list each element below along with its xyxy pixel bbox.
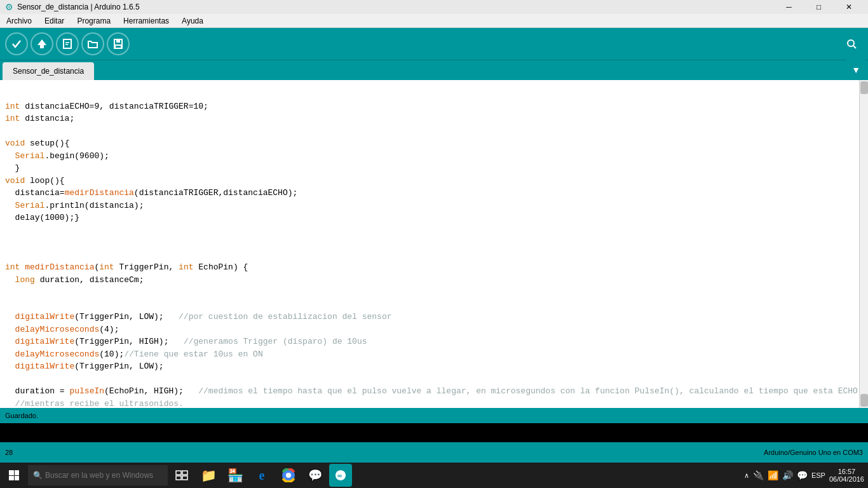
task-view-button[interactable]: [169, 463, 194, 488]
date-display: 06/04/2016: [829, 475, 864, 483]
title-bar-controls[interactable]: ─ □ ✕: [775, 0, 863, 14]
code-editor[interactable]: int distanciaECHO=9, distanciaTRIGGER=10…: [0, 80, 859, 408]
svg-rect-16: [176, 476, 181, 480]
menu-herramientas[interactable]: Herramientas: [117, 14, 175, 27]
scrollbar-thumb-top[interactable]: [860, 81, 868, 94]
verify-button[interactable]: [5, 32, 28, 55]
minimize-button[interactable]: ─: [775, 0, 803, 14]
power-icon[interactable]: 🔌: [753, 470, 764, 480]
window-title: Sensor_de_distancia | Arduino 1.6.5: [17, 3, 140, 11]
menu-programa[interactable]: Programa: [71, 14, 117, 27]
line-number: 28: [5, 449, 13, 456]
svg-rect-1: [64, 39, 71, 48]
status-text: Guardado.: [5, 412, 38, 419]
svg-rect-13: [15, 476, 19, 480]
menu-archivo[interactable]: Archivo: [0, 14, 38, 27]
code-content[interactable]: int distanciaECHO=9, distanciaTRIGGER=10…: [0, 85, 859, 408]
new-button[interactable]: [56, 32, 79, 55]
console-area: [0, 423, 868, 442]
time-display: 16:57: [829, 468, 864, 475]
title-bar-left: ⚙ Sensor_de_distancia | Arduino 1.6.5: [5, 2, 140, 12]
search-button[interactable]: [840, 32, 863, 55]
store-icon[interactable]: 🏪: [222, 463, 248, 488]
active-tab[interactable]: Sensor_de_distancia: [3, 62, 94, 80]
arduino-taskbar-icon[interactable]: ∞: [329, 464, 352, 487]
svg-text:∞: ∞: [337, 472, 342, 479]
tray-up-icon[interactable]: ∧: [744, 471, 749, 480]
taskbar: 🔍 📁 🏪 e 💬 ∞ ∧ 🔌 📶 🔊 💬 ESP 16:57 06/04/20…: [0, 463, 868, 488]
svg-rect-7: [116, 46, 121, 48]
svg-rect-15: [182, 471, 187, 475]
open-button[interactable]: [81, 32, 104, 55]
chrome-icon[interactable]: [276, 463, 301, 488]
save-button[interactable]: [107, 32, 130, 55]
menu-bar: Archivo Editar Programa Herramientas Ayu…: [0, 14, 868, 28]
menu-ayuda[interactable]: Ayuda: [175, 14, 210, 27]
tab-label: Sensor_de_distancia: [13, 67, 84, 76]
volume-icon[interactable]: 🔊: [782, 470, 793, 480]
app-icon: ⚙: [5, 2, 13, 12]
svg-rect-11: [15, 470, 19, 475]
tab-dropdown-button[interactable]: ▼: [846, 60, 865, 80]
toolbar: [0, 28, 868, 60]
menu-editar[interactable]: Editar: [38, 14, 71, 27]
clock[interactable]: 16:57 06/04/2016: [829, 468, 864, 483]
maximize-button[interactable]: □: [804, 0, 833, 14]
tab-bar: Sensor_de_distancia ▼: [0, 60, 868, 80]
status-bar: Guardado.: [0, 408, 868, 423]
svg-rect-12: [9, 476, 14, 480]
title-bar: ⚙ Sensor_de_distancia | Arduino 1.6.5 ─ …: [0, 0, 868, 14]
edge-icon[interactable]: e: [249, 463, 275, 488]
taskbar-right: ∧ 🔌 📶 🔊 💬 ESP 16:57 06/04/2016: [744, 468, 867, 483]
notification-icon[interactable]: 💬: [797, 470, 808, 480]
start-button[interactable]: [1, 463, 27, 488]
board-info: Arduino/Genuino Uno en COM3: [764, 449, 863, 456]
search-icon: 🔍: [33, 471, 43, 480]
search-box-container[interactable]: 🔍: [28, 465, 168, 485]
close-button[interactable]: ✕: [834, 0, 863, 14]
scrollbar-vertical[interactable]: [859, 80, 868, 408]
svg-rect-10: [9, 470, 14, 475]
svg-point-19: [286, 473, 291, 478]
svg-point-8: [848, 40, 854, 46]
upload-button[interactable]: [31, 32, 53, 55]
bottom-bar: 28 Arduino/Genuino Uno en COM3: [0, 442, 868, 463]
chat-icon[interactable]: 💬: [302, 463, 328, 488]
network-icon[interactable]: 📶: [768, 470, 778, 480]
scrollbar-thumb-bottom[interactable]: [860, 394, 868, 407]
svg-rect-14: [176, 471, 181, 475]
svg-rect-5: [116, 39, 120, 43]
language-indicator: ESP: [811, 471, 825, 479]
svg-line-9: [853, 46, 856, 48]
svg-rect-17: [182, 476, 187, 480]
file-explorer-icon[interactable]: 📁: [196, 463, 221, 488]
taskbar-search-input[interactable]: [45, 471, 153, 480]
svg-marker-0: [37, 39, 46, 48]
